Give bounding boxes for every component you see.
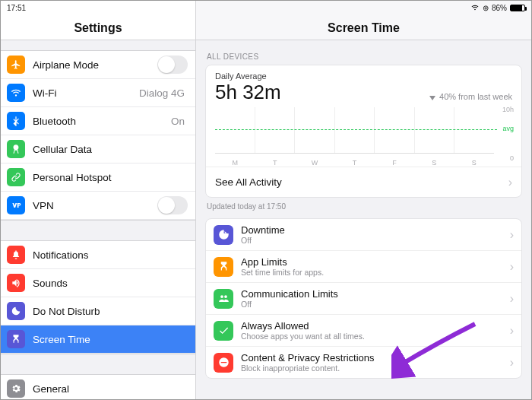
- vpn-icon: [7, 196, 25, 214]
- avg-label: avg: [502, 125, 514, 132]
- sidebar-item-label: Wi-Fi: [33, 87, 139, 99]
- option-content-privacy-restrictions[interactable]: Content & Privacy RestrictionsBlock inap…: [206, 346, 521, 378]
- bluetooth-icon: [7, 112, 25, 130]
- options-card: DowntimeOff›App LimitsSet time limits fo…: [205, 218, 522, 379]
- option-title: App Limits: [241, 256, 510, 268]
- sidebar-item-label: Airplane Mode: [33, 59, 157, 71]
- row-value: On: [171, 116, 185, 127]
- option-title: Downtime: [241, 224, 510, 236]
- sidebar-item-sounds[interactable]: Sounds: [1, 269, 195, 297]
- option-app-limits[interactable]: App LimitsSet time limits for apps.›: [206, 250, 521, 282]
- option-title: Communication Limits: [241, 288, 510, 300]
- option-downtime[interactable]: DowntimeOff›: [206, 219, 521, 250]
- sidebar-item-bluetooth[interactable]: BluetoothOn: [1, 107, 195, 135]
- sidebar-item-label: Personal Hotspot: [33, 172, 188, 183]
- daily-avg-label: Daily Average: [206, 65, 521, 81]
- sidebar-item-label: Screen Time: [33, 334, 188, 345]
- chevron-right-icon: ›: [510, 260, 514, 274]
- moon-icon: [7, 302, 25, 320]
- arrow-down-icon: [429, 96, 435, 100]
- sidebar-item-cellular-data[interactable]: Cellular Data: [1, 135, 195, 163]
- chevron-right-icon: ›: [510, 292, 514, 306]
- option-subtitle: Set time limits for apps.: [241, 268, 510, 277]
- sidebar-item-notifications[interactable]: Notifications: [1, 241, 195, 269]
- sidebar-item-airplane-mode[interactable]: Airplane Mode: [1, 51, 195, 79]
- sidebar-item-screen-time[interactable]: Screen Time: [1, 325, 195, 354]
- sidebar-item-label: VPN: [33, 200, 157, 211]
- battery-icon: [510, 5, 525, 11]
- sidebar-item-label: General: [33, 383, 188, 395]
- antenna-icon: [7, 140, 25, 158]
- sidebar: Settings Airplane ModeWi-FiDialog 4GBlue…: [1, 1, 196, 399]
- option-always-allowed[interactable]: Always AllowedChoose apps you want at al…: [206, 314, 521, 346]
- sidebar-item-personal-hotspot[interactable]: Personal Hotspot: [1, 163, 195, 192]
- sidebar-item-label: Bluetooth: [33, 116, 171, 127]
- sidebar-item-wi-fi[interactable]: Wi-FiDialog 4G: [1, 79, 195, 107]
- wifi-icon: [7, 84, 25, 102]
- check-icon: [214, 321, 233, 341]
- option-subtitle: Choose apps you want at all times.: [241, 332, 510, 341]
- option-communication-limits[interactable]: Communication LimitsOff›: [206, 282, 521, 314]
- screen-time-chart: 10h 0 avg MTWTFSS: [206, 107, 521, 167]
- hourglass-icon: [7, 330, 25, 348]
- option-subtitle: Off: [241, 236, 510, 245]
- sidebar-item-general[interactable]: General: [1, 375, 195, 399]
- chevron-right-icon: ›: [510, 228, 514, 242]
- chevron-right-icon: ›: [510, 324, 514, 338]
- option-subtitle: Off: [241, 300, 510, 309]
- y-max-label: 10h: [502, 106, 514, 113]
- option-subtitle: Block inappropriate content.: [241, 363, 510, 373]
- see-all-activity[interactable]: See All Activity ›: [206, 167, 521, 197]
- option-title: Content & Privacy Restrictions: [241, 352, 510, 363]
- wifi-icon: [470, 4, 480, 11]
- sidebar-item-vpn[interactable]: VPN: [1, 192, 195, 220]
- usage-card: Daily Average 5h 32m 40% from last week …: [205, 65, 522, 198]
- link-icon: [7, 168, 25, 186]
- sidebar-item-label: Notifications: [33, 249, 188, 261]
- toggle-switch[interactable]: [157, 56, 188, 74]
- gear-icon: [7, 379, 25, 398]
- chevron-right-icon: ›: [510, 356, 514, 370]
- all-devices-header: ALL DEVICES: [207, 52, 521, 61]
- rotation-lock-icon: ⊕: [483, 4, 489, 12]
- y-min-label: 0: [510, 154, 514, 162]
- delta-from-last-week: 40% from last week: [429, 92, 521, 101]
- row-value: Dialog 4G: [139, 87, 185, 99]
- toggle-switch[interactable]: [157, 196, 188, 214]
- hourglass-icon: [214, 257, 233, 277]
- no-entry-icon: [214, 353, 233, 373]
- status-right: ⊕ 86%: [470, 4, 525, 12]
- updated-note: Updated today at 17:50: [207, 202, 521, 211]
- airplane-icon: [7, 56, 25, 74]
- detail-pane: Screen Time ALL DEVICES Daily Average 5h…: [196, 1, 531, 399]
- status-bar: 17:51 ⊕ 86%: [1, 1, 531, 14]
- sidebar-item-do-not-disturb[interactable]: Do Not Disturb: [1, 297, 195, 325]
- sidebar-item-label: Cellular Data: [33, 144, 188, 155]
- sidebar-item-label: Do Not Disturb: [33, 306, 188, 317]
- battery-percent: 86%: [492, 4, 507, 12]
- option-title: Always Allowed: [241, 320, 510, 332]
- people-icon: [214, 289, 233, 309]
- sidebar-item-label: Sounds: [33, 278, 188, 289]
- clock-crescent-icon: [214, 225, 233, 245]
- bell-icon: [7, 246, 25, 264]
- speaker-icon: [7, 274, 25, 292]
- chevron-right-icon: ›: [508, 176, 512, 189]
- clock: 17:51: [7, 4, 26, 12]
